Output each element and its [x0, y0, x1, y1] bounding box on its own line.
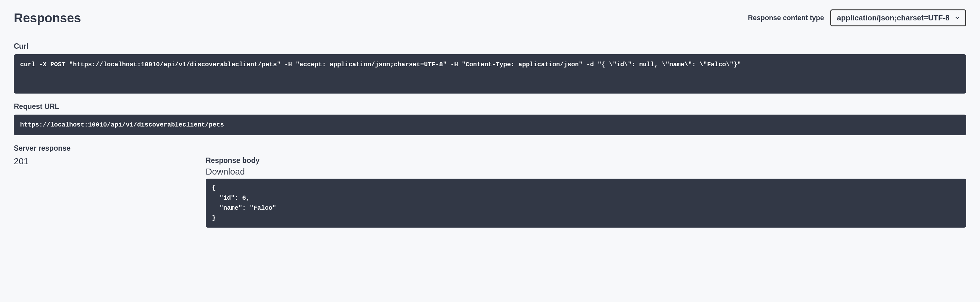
curl-section: Curl curl -X POST "https://localhost:100… [14, 42, 966, 93]
page-title: Responses [14, 11, 81, 25]
content-type-value: application/json;charset=UTF-8 [837, 14, 950, 22]
status-column: 201 [14, 157, 206, 166]
curl-code-block[interactable]: curl -X POST "https://localhost:10010/ap… [14, 54, 966, 93]
request-url-label: Request URL [14, 102, 966, 111]
header-row: Responses Response content type applicat… [14, 9, 966, 26]
request-url-code-block[interactable]: https://localhost:10010/api/v1/discovera… [14, 115, 966, 135]
response-body-code-block[interactable]: { "id": 6, "name": "Falco" } [206, 179, 966, 228]
content-type-select[interactable]: application/json;charset=UTF-8 [830, 9, 966, 26]
status-code: 201 [14, 157, 206, 166]
curl-label: Curl [14, 42, 966, 51]
content-type-group: Response content type application/json;c… [748, 9, 966, 26]
response-body-column: Response body Download { "id": 6, "name"… [206, 157, 966, 228]
server-response-section: Server response 201 Response body Downlo… [14, 144, 966, 228]
server-response-label: Server response [14, 144, 966, 153]
chevron-down-icon [955, 15, 960, 21]
content-type-label: Response content type [748, 14, 824, 22]
response-row: 201 Response body Download { "id": 6, "n… [14, 157, 966, 228]
request-url-section: Request URL https://localhost:10010/api/… [14, 102, 966, 135]
response-body-label: Response body [206, 157, 966, 165]
download-link[interactable]: Download [206, 167, 245, 177]
